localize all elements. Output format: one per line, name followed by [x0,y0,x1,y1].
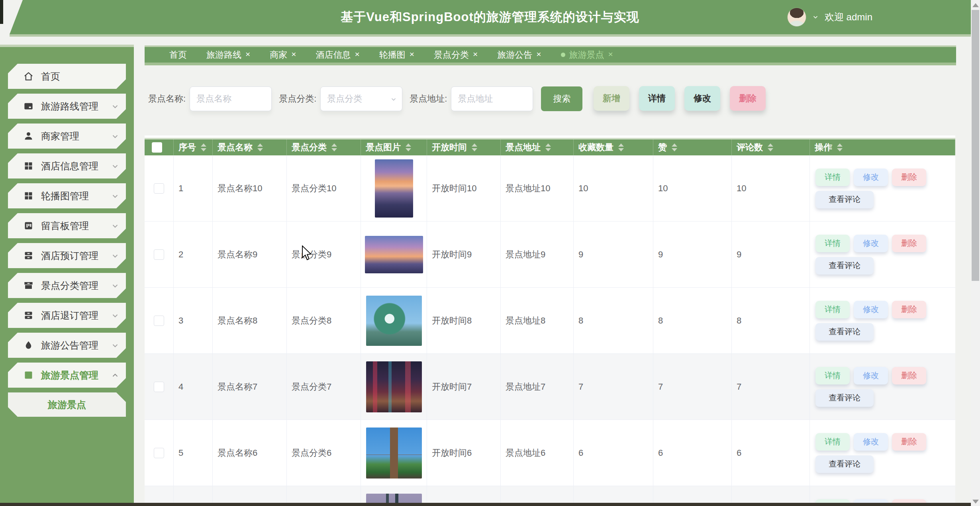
row-detail-button[interactable]: 详情 [815,367,850,384]
row-edit-button[interactable]: 修改 [854,301,888,318]
attraction-photo-pagoda-blue-sky[interactable] [366,428,422,479]
column-header-景点地址[interactable]: 景点地址 [501,139,574,155]
row-detail-button[interactable]: 详情 [815,433,850,451]
cell-image[interactable] [361,155,427,221]
sort-icons[interactable] [406,143,411,151]
row-delete-button[interactable]: 删除 [892,433,926,451]
row-checkbox[interactable] [154,382,164,392]
text-field[interactable] [326,93,396,104]
add-button[interactable]: 新增 [594,86,629,111]
chevron-down-icon[interactable] [812,14,819,21]
row-view-comments-button[interactable]: 查看评论 [815,389,874,407]
delete-button[interactable]: 删除 [730,86,766,111]
tab-close-icon[interactable]: × [291,50,296,58]
tab-商家[interactable]: 商家× [270,49,296,61]
row-view-comments-button[interactable]: 查看评论 [815,323,874,341]
tab-旅游公告[interactable]: 旅游公告× [497,49,541,61]
column-header-景点名称[interactable]: 景点名称 [213,139,287,155]
tab-close-icon[interactable]: × [355,50,360,58]
sort-icons[interactable] [545,143,551,151]
row-detail-button[interactable]: 详情 [815,169,850,186]
sidebar-item-message-board-mgmt[interactable]: 留言板管理 [8,213,126,238]
row-delete-button[interactable]: 删除 [892,235,926,252]
row-delete-button[interactable]: 删除 [892,367,926,384]
scroll-up-arrow-icon[interactable] [972,3,979,7]
row-detail-button[interactable]: 详情 [815,235,850,252]
table-row[interactable]: 3景点名称8景点分类8开放时间8景点地址8888详情修改删除查看评论 [145,288,955,354]
sort-icons[interactable] [768,143,773,151]
tab-轮播图[interactable]: 轮播图× [379,49,414,61]
text-field[interactable] [196,93,266,104]
column-header-操作[interactable]: 操作 [810,139,955,155]
table-row[interactable]: 4景点名称7景点分类7开放时间7景点地址7777详情修改删除查看评论 [145,354,955,420]
row-checkbox[interactable] [154,448,164,458]
attraction-photo-night-neon-street[interactable] [366,361,422,412]
tab-close-icon[interactable]: × [410,50,414,58]
tab-close-icon[interactable]: × [245,50,250,58]
cell-image[interactable] [361,222,427,287]
tab-景点分类[interactable]: 景点分类× [434,49,478,61]
select-all-checkbox[interactable] [152,142,162,153]
sort-icons[interactable] [472,143,477,151]
row-delete-button[interactable]: 删除 [892,301,926,318]
sort-icons[interactable] [331,143,337,151]
sidebar-item-attraction-mgmt[interactable]: 旅游景点管理 [8,363,126,388]
user-box[interactable]: 欢迎 admin [787,0,980,34]
sort-icons[interactable] [257,143,263,151]
column-header-景点分类[interactable]: 景点分类 [287,139,361,155]
sort-icons[interactable] [201,143,206,151]
tab-首页[interactable]: 首页 [169,49,187,61]
detail-button[interactable]: 详情 [639,86,675,111]
category-select[interactable] [320,86,402,111]
address-input[interactable] [451,86,533,111]
table-row[interactable]: 2景点名称9景点分类9开放时间9景点地址9999详情修改删除查看评论 [145,222,955,288]
text-field[interactable] [457,93,527,104]
user-avatar[interactable] [787,8,806,27]
sidebar-item-hotel-cancel-mgmt[interactable]: 酒店退订管理 [8,303,126,328]
row-edit-button[interactable]: 修改 [854,367,888,384]
column-header-景点图片[interactable]: 景点图片 [361,139,427,155]
attraction-photo-sunset-lake-wide[interactable] [365,236,423,273]
sort-icons[interactable] [837,143,843,151]
row-checkbox[interactable] [154,249,164,260]
row-checkbox[interactable] [154,183,164,194]
cell-image[interactable] [361,420,427,486]
row-view-comments-button[interactable]: 查看评论 [815,455,874,473]
tab-旅游路线[interactable]: 旅游路线× [206,49,250,61]
scroll-down-arrow-icon[interactable] [972,500,979,504]
search-button[interactable]: 搜索 [541,86,582,111]
sidebar-item-hotel-booking-mgmt[interactable]: 酒店预订管理 [8,243,126,268]
attraction-photo-green-ring-sculpture[interactable] [366,296,422,346]
vertical-scrollbar[interactable] [971,0,980,506]
sidebar-item-merchant-mgmt[interactable]: 商家管理 [8,124,126,149]
sidebar-item-home[interactable]: 首页 [8,64,126,89]
row-delete-button[interactable]: 删除 [892,169,926,186]
sort-icons[interactable] [618,143,624,151]
tab-旅游景点[interactable]: 旅游景点× [561,49,613,61]
table-row[interactable]: 1景点名称10景点分类10开放时间10景点地址10101010详情修改删除查看评… [145,155,955,222]
tab-close-icon[interactable]: × [536,50,541,58]
cell-image[interactable] [361,354,427,420]
row-view-comments-button[interactable]: 查看评论 [815,191,874,208]
row-view-comments-button[interactable]: 查看评论 [815,257,874,275]
tab-酒店信息[interactable]: 酒店信息× [316,49,360,61]
sidebar-item-carousel-mgmt[interactable]: 轮播图管理 [8,183,126,208]
cell-image[interactable] [361,288,427,353]
tab-close-icon[interactable]: × [473,50,478,58]
row-edit-button[interactable]: 修改 [854,169,888,186]
table-row[interactable]: 5景点名称6景点分类6开放时间6景点地址6666详情修改删除查看评论 [145,420,955,486]
scrollbar-thumb[interactable] [972,10,979,281]
sidebar-item-notice-mgmt[interactable]: 旅游公告管理 [8,333,126,358]
sidebar-item-route-mgmt[interactable]: 旅游路线管理 [8,94,126,119]
sidebar-subitem-attractions[interactable]: 旅游景点 [8,392,126,417]
edit-button[interactable]: 修改 [684,86,720,111]
sidebar-item-hotel-info-mgmt[interactable]: 酒店信息管理 [8,153,126,178]
row-checkbox[interactable] [154,316,164,326]
sidebar-item-attraction-category-mgmt[interactable]: 景点分类管理 [8,273,126,298]
column-header-评论数[interactable]: 评论数 [732,139,810,155]
sort-icons[interactable] [672,143,677,151]
row-detail-button[interactable]: 详情 [815,301,850,318]
column-header-收藏数量[interactable]: 收藏数量 [574,139,653,155]
attraction-photo-sunset-lake-pier[interactable] [375,159,413,218]
row-edit-button[interactable]: 修改 [854,433,888,451]
